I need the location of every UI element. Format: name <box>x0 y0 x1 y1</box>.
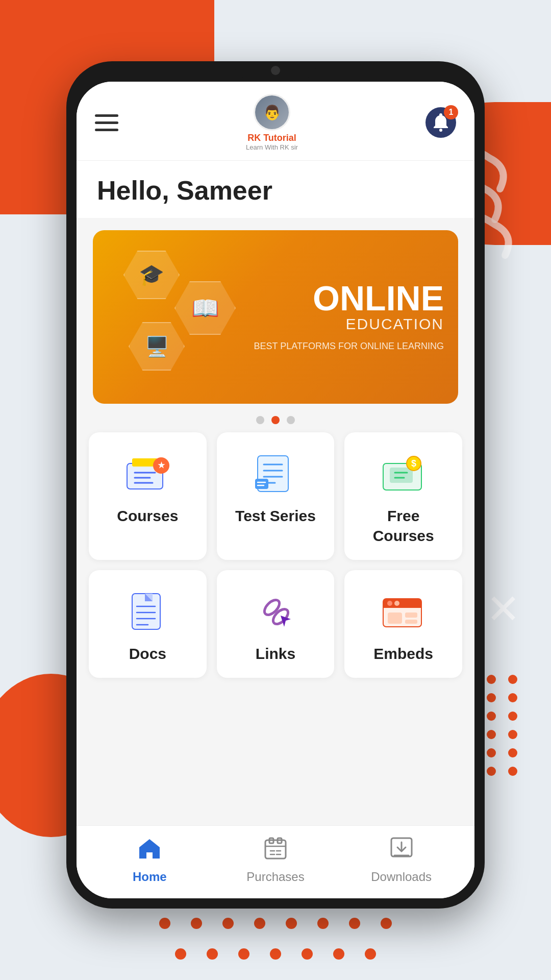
hex-2: 📖 <box>174 281 236 335</box>
purchases-label: Purchases <box>246 870 304 884</box>
hex-3: 🖥️ <box>129 322 185 371</box>
banner-right: ONLINE EDUCATION BEST PLATFORMS FOR ONLI… <box>254 230 444 404</box>
docs-label: Docs <box>129 644 166 664</box>
nav-home[interactable]: Home <box>114 836 185 884</box>
free-courses-icon: $ <box>381 451 427 497</box>
free-courses-label: Free Courses <box>355 506 452 546</box>
avatar: 👨 <box>254 94 290 131</box>
banner[interactable]: 🎓 📖 🖥️ ONLINE EDUCATION BEST PLATFORMS F… <box>93 230 458 404</box>
links-icon <box>253 589 298 634</box>
svg-text:★: ★ <box>158 461 165 470</box>
svg-rect-36 <box>405 612 417 618</box>
bg-dots-bottom2 <box>175 948 376 960</box>
purchases-icon <box>263 836 288 866</box>
banner-desc: BEST PLATFORMS FOR ONLINE LEARNING <box>254 340 444 353</box>
nav-downloads[interactable]: Downloads <box>366 836 437 884</box>
nav-purchases[interactable]: Purchases <box>240 836 311 884</box>
test-series-label: Test Series <box>235 506 316 526</box>
svg-point-34 <box>394 601 399 606</box>
embeds-icon <box>381 589 427 634</box>
svg-rect-13 <box>255 479 268 489</box>
banner-subtitle: EDUCATION <box>346 315 444 333</box>
banner-dots <box>93 416 458 424</box>
hex-1: 🎓 <box>123 251 180 299</box>
phone-notch <box>235 61 316 80</box>
downloads-icon <box>389 836 414 866</box>
banner-title: ONLINE <box>313 281 444 315</box>
svg-point-33 <box>387 601 392 606</box>
banner-dot-2[interactable] <box>271 416 280 424</box>
courses-label: Courses <box>117 506 178 526</box>
svg-point-27 <box>262 597 282 618</box>
banner-dot-3[interactable] <box>287 416 295 424</box>
logo-subtext: Learn With RK sir <box>246 143 298 151</box>
header: 👨 RK Tutorial Learn With RK sir 1 <box>77 82 474 161</box>
phone-frame: 👨 RK Tutorial Learn With RK sir 1 Hello,… <box>66 61 485 909</box>
svg-text:$: $ <box>411 458 416 469</box>
downloads-label: Downloads <box>371 870 432 884</box>
menu-line-1 <box>95 114 118 117</box>
camera-dot <box>271 66 280 75</box>
svg-point-28 <box>270 606 291 627</box>
hello-section: Hello, Sameer <box>77 161 474 218</box>
logo-container: 👨 RK Tutorial Learn With RK sir <box>246 94 298 151</box>
grid-card-courses[interactable]: ★ Courses <box>89 432 207 560</box>
bottom-nav: Home Purchases <box>77 825 474 898</box>
logo-name: RK Tutorial <box>247 133 296 143</box>
docs-icon <box>124 589 170 634</box>
grid-section: ★ Courses <box>77 424 474 686</box>
grid-card-free-courses[interactable]: $ Free Courses <box>344 432 462 560</box>
banner-dot-1[interactable] <box>256 416 264 424</box>
svg-rect-17 <box>390 468 413 483</box>
svg-rect-35 <box>388 612 402 624</box>
grid-card-links[interactable]: Links <box>217 570 335 678</box>
courses-icon: ★ <box>124 451 170 497</box>
test-series-icon <box>253 451 298 497</box>
avatar-image: 👨 <box>255 95 289 129</box>
bg-cross-decoration: ✕ <box>486 585 520 633</box>
menu-button[interactable] <box>95 114 118 131</box>
links-label: Links <box>256 644 295 664</box>
bg-dots-bottom <box>159 918 392 929</box>
svg-rect-39 <box>265 840 286 859</box>
grid-card-embeds[interactable]: Embeds <box>344 570 462 678</box>
grid-card-docs[interactable]: Docs <box>89 570 207 678</box>
svg-point-0 <box>439 129 442 132</box>
menu-line-2 <box>95 121 118 124</box>
svg-rect-37 <box>405 620 417 624</box>
home-icon <box>137 836 162 866</box>
menu-line-3 <box>95 129 118 131</box>
embeds-label: Embeds <box>373 644 433 664</box>
phone-screen: 👨 RK Tutorial Learn With RK sir 1 Hello,… <box>77 82 474 898</box>
grid-card-test-series[interactable]: Test Series <box>217 432 335 560</box>
home-label: Home <box>133 870 167 884</box>
greeting-text: Hello, Sameer <box>97 175 454 206</box>
content-area: Hello, Sameer 🎓 📖 🖥️ <box>77 161 474 825</box>
notification-button[interactable]: 1 <box>425 107 456 138</box>
notification-badge: 1 <box>444 105 458 119</box>
